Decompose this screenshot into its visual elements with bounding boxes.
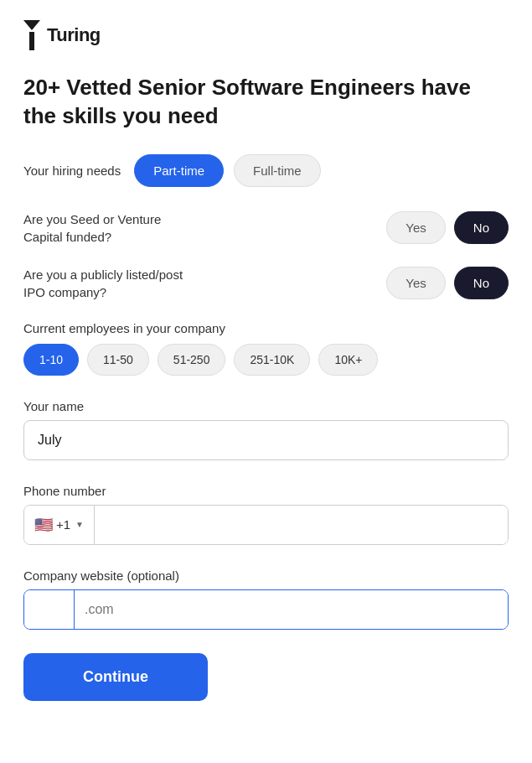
phone-number-section: Phone number 🇺🇸 +1 ▼	[23, 484, 509, 545]
part-time-button[interactable]: Part-time	[134, 154, 224, 187]
seed-funded-label: Are you Seed or Venture Capital funded?	[23, 210, 191, 246]
public-company-yes-button[interactable]: Yes	[386, 267, 445, 299]
public-company-label: Are you a publicly listed/post IPO compa…	[23, 266, 191, 301]
hiring-needs-label: Your hiring needs	[23, 164, 121, 178]
employees-label: Current employees in your company	[23, 321, 509, 335]
seed-funded-toggle-group: Yes No	[386, 211, 509, 244]
website-prefix-box	[24, 590, 75, 629]
svg-rect-1	[29, 32, 34, 50]
seed-funded-section: Are you Seed or Venture Capital funded? …	[23, 210, 509, 246]
your-name-section: Your name	[23, 399, 509, 460]
seed-funded-yes-button[interactable]: Yes	[386, 211, 445, 244]
full-time-button[interactable]: Full-time	[234, 154, 321, 187]
seed-funded-no-button[interactable]: No	[454, 211, 509, 244]
employees-chip-11-50[interactable]: 11-50	[87, 344, 149, 376]
logo-text: Turing	[47, 24, 101, 46]
your-name-label: Your name	[23, 399, 509, 413]
public-company-section: Are you a publicly listed/post IPO compa…	[23, 266, 509, 301]
page-title: 20+ Vetted Senior Software Engineers hav…	[23, 74, 509, 131]
phone-country-code: +1	[56, 517, 70, 532]
employees-chips-group: 1-10 11-50 51-250 251-10K 10K+	[23, 344, 509, 376]
phone-wrapper: 🇺🇸 +1 ▼	[23, 505, 509, 545]
public-company-toggle-group: Yes No	[386, 267, 509, 299]
company-website-label: Company website (optional)	[23, 568, 509, 583]
phone-number-input[interactable]	[95, 506, 508, 544]
your-name-input[interactable]	[23, 420, 509, 460]
company-website-section: Company website (optional)	[23, 568, 509, 630]
chevron-down-icon: ▼	[75, 520, 84, 529]
phone-number-label: Phone number	[23, 484, 509, 498]
page-container: Turing 20+ Vetted Senior Software Engine…	[0, 0, 532, 763]
employees-chip-51-250[interactable]: 51-250	[158, 344, 226, 376]
phone-prefix-selector[interactable]: 🇺🇸 +1 ▼	[24, 506, 95, 544]
hiring-needs-section: Your hiring needs Part-time Full-time	[23, 154, 509, 187]
continue-button[interactable]: Continue	[23, 653, 208, 701]
employees-chip-251-10k[interactable]: 251-10K	[234, 344, 310, 376]
employees-section: Current employees in your company 1-10 1…	[23, 321, 509, 376]
logo-container: Turing	[23, 20, 509, 50]
company-website-input[interactable]	[75, 590, 508, 629]
svg-marker-0	[23, 20, 40, 30]
employees-chip-1-10[interactable]: 1-10	[23, 344, 79, 376]
public-company-no-button[interactable]: No	[454, 267, 509, 299]
flag-icon: 🇺🇸	[34, 516, 53, 534]
turing-logo-icon	[23, 20, 40, 50]
website-wrapper	[23, 589, 509, 630]
employees-chip-10k+[interactable]: 10K+	[318, 344, 378, 376]
